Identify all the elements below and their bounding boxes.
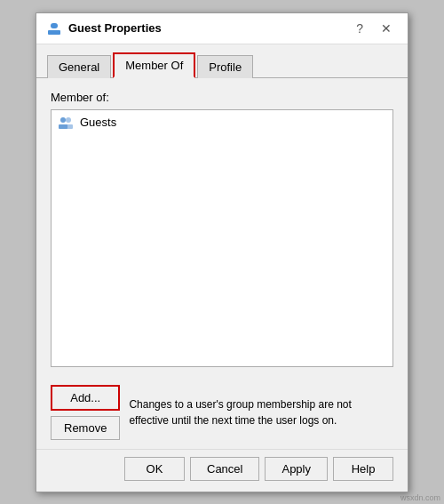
svg-point-2 <box>60 117 66 123</box>
svg-rect-1 <box>48 30 60 35</box>
title-bar-left: Guest Properties <box>47 21 162 36</box>
apply-button[interactable]: Apply <box>265 457 328 481</box>
section-label: Member of: <box>51 91 393 104</box>
tab-member-of[interactable]: Member Of <box>113 52 195 78</box>
tab-content: Member of: Guests <box>36 78 408 376</box>
ok-button[interactable]: OK <box>124 457 185 481</box>
add-button[interactable]: Add... <box>51 385 120 411</box>
group-icon <box>57 114 75 132</box>
cancel-button[interactable]: Cancel <box>190 457 259 481</box>
bottom-bar: OK Cancel Apply Help <box>36 449 408 492</box>
svg-rect-5 <box>65 124 73 129</box>
tab-general[interactable]: General <box>47 55 111 78</box>
title-bar: Guest Properties ? ✕ <box>36 13 408 44</box>
member-list: Guests <box>51 109 393 367</box>
help-bottom-button[interactable]: Help <box>333 457 393 481</box>
remove-button[interactable]: Remove <box>51 416 120 440</box>
svg-point-3 <box>66 117 71 123</box>
action-area: Add... Remove Changes to a user's group … <box>36 376 408 445</box>
list-item[interactable]: Guests <box>52 110 392 135</box>
user-properties-icon <box>47 21 61 36</box>
dialog-title: Guest Properties <box>68 21 162 35</box>
svg-rect-0 <box>51 23 58 28</box>
action-notice: Changes to a user's group membership are… <box>129 396 393 428</box>
action-buttons: Add... Remove <box>51 385 120 440</box>
dialog: Guest Properties ? ✕ General Member Of P… <box>36 12 408 492</box>
close-button[interactable]: ✕ <box>376 20 397 36</box>
tabs-bar: General Member Of Profile <box>36 44 408 78</box>
member-name: Guests <box>80 116 116 129</box>
tab-profile[interactable]: Profile <box>197 55 253 78</box>
title-bar-controls: ? ✕ <box>351 20 397 36</box>
help-button[interactable]: ? <box>351 20 369 36</box>
watermark: wsxdn.com <box>400 493 440 502</box>
